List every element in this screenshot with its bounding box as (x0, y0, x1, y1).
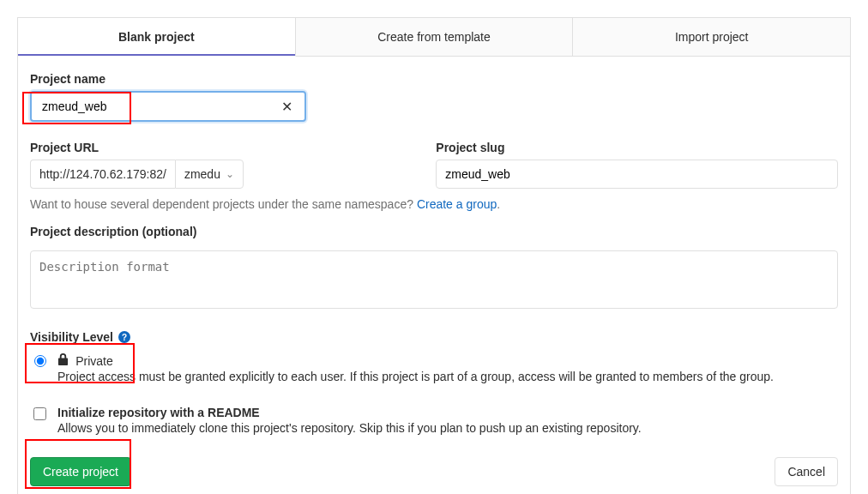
namespace-hint-suffix: . (497, 197, 500, 211)
init-readme-title: Initialize repository with a README (57, 406, 642, 419)
cancel-button[interactable]: Cancel (775, 457, 838, 486)
chevron-down-icon: ⌄ (226, 168, 234, 180)
lock-icon (57, 353, 72, 368)
project-url-group: http://124.70.62.179:82/ zmedu ⌄ (30, 160, 244, 189)
project-slug-label: Project slug (436, 141, 838, 154)
visibility-private-title: Private (75, 354, 113, 368)
project-name-input[interactable] (40, 99, 278, 114)
clear-input-icon[interactable]: ✕ (278, 99, 296, 115)
project-name-field-wrap: ✕ (30, 91, 306, 122)
init-readme-checkbox[interactable] (33, 407, 46, 420)
project-description-label: Project description (optional) (30, 225, 838, 238)
project-description-input[interactable] (30, 250, 838, 309)
visibility-private-row: Private Project access must be granted e… (30, 352, 838, 383)
namespace-dropdown[interactable]: zmedu ⌄ (175, 160, 244, 189)
project-url-base: http://124.70.62.179:82/ (30, 160, 175, 189)
project-name-label: Project name (30, 72, 838, 86)
namespace-selected: zmedu (184, 167, 220, 181)
init-readme-row: Initialize repository with a README Allo… (30, 406, 838, 435)
create-group-link[interactable]: Create a group (417, 197, 497, 211)
project-url-label: Project URL (30, 141, 401, 154)
init-readme-desc: Allows you to immediately clone this pro… (57, 421, 642, 435)
tab-import-project[interactable]: Import project (573, 18, 850, 57)
project-slug-input[interactable] (436, 160, 838, 189)
namespace-hint-text: Want to house several dependent projects… (30, 197, 417, 211)
tab-create-from-template[interactable]: Create from template (296, 18, 574, 57)
namespace-hint: Want to house several dependent projects… (30, 197, 838, 211)
tab-blank-project[interactable]: Blank project (18, 18, 296, 57)
blank-project-panel: Project name ✕ Project URL http://124.70… (17, 57, 851, 494)
visibility-level-label: Visibility Level ? (30, 330, 838, 344)
create-project-button[interactable]: Create project (30, 457, 131, 486)
visibility-level-text: Visibility Level (30, 330, 113, 344)
help-icon[interactable]: ? (118, 331, 130, 343)
visibility-private-radio[interactable] (34, 355, 46, 367)
visibility-private-desc: Project access must be granted explicitl… (57, 370, 774, 383)
project-creation-tabs: Blank project Create from template Impor… (17, 17, 851, 57)
